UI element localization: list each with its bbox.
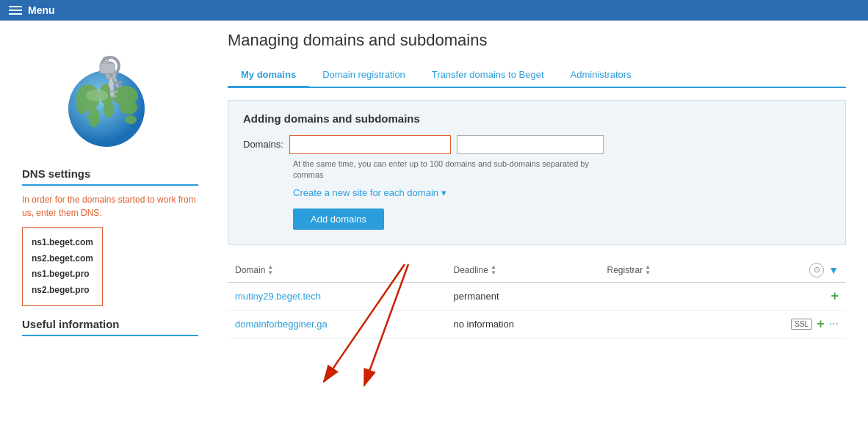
- col-registrar: Registrar ▲▼: [600, 257, 719, 283]
- domain-cell-2: domainforbegginer.ga: [228, 310, 446, 338]
- dns-description: In order for the domains started to work…: [22, 193, 198, 220]
- svg-point-3: [76, 96, 88, 114]
- globe-container: [22, 35, 198, 153]
- sort-arrows-registrar[interactable]: ▲▼: [645, 264, 651, 276]
- actions-cell-1: +: [719, 282, 846, 310]
- dns-server-4: ns2.beget.pro: [32, 283, 93, 299]
- col-deadline-label: Deadline: [454, 265, 488, 275]
- tab-domain-registration[interactable]: Domain registration: [309, 63, 419, 88]
- chevron-down-icon: ▾: [441, 187, 446, 198]
- table-row: domainforbegginer.ga no information SSL …: [228, 310, 846, 338]
- add-domains-panel: Adding domains and subdomains Domains: A…: [228, 100, 846, 245]
- svg-point-5: [104, 100, 114, 117]
- deadline-cell-2: no information: [446, 310, 600, 338]
- tab-my-domains[interactable]: My domains: [228, 63, 309, 88]
- domains-form-row: Domains:: [243, 135, 831, 154]
- domain-cell-1: mutiny29.beget.tech: [228, 282, 446, 310]
- col-domain-label: Domain: [235, 265, 265, 275]
- svg-rect-27: [100, 63, 115, 73]
- svg-point-8: [88, 108, 100, 127]
- table-header-row: Domain ▲▼ Deadline ▲▼ Re: [228, 257, 846, 283]
- menu-toggle[interactable]: [9, 6, 22, 15]
- dns-server-3: ns1.beget.pro: [32, 266, 93, 283]
- tab-administrators[interactable]: Administrators: [557, 63, 645, 88]
- more-icon-2[interactable]: ···: [829, 317, 839, 330]
- domain-link-2[interactable]: domainforbegginer.ga: [235, 319, 328, 330]
- dns-settings-title: DNS settings: [22, 167, 198, 186]
- registrar-cell-2: [600, 310, 719, 338]
- domains-input-primary[interactable]: [289, 135, 451, 154]
- create-site-link-text: Create a new site for each domain: [293, 187, 438, 198]
- table-settings-icon[interactable]: ⊙: [809, 263, 824, 277]
- svg-point-9: [125, 115, 137, 124]
- col-domain: Domain ▲▼: [228, 257, 446, 283]
- col-registrar-label: Registrar: [607, 265, 643, 275]
- add-domains-button[interactable]: Add domains: [293, 208, 384, 230]
- actions-cell-2: SSL + ···: [719, 310, 846, 338]
- domains-hint: At the same time, you can enter up to 10…: [293, 159, 601, 181]
- dns-box: ns1.beget.com ns2.beget.com ns1.beget.pr…: [22, 227, 103, 306]
- top-bar: Menu: [0, 0, 868, 21]
- tab-transfer-domains[interactable]: Transfer domains to Beget: [419, 63, 557, 88]
- svg-rect-24: [110, 90, 114, 93]
- svg-rect-25: [114, 90, 117, 92]
- create-site-link[interactable]: Create a new site for each domain ▾: [293, 187, 831, 198]
- page-layout: DNS settings In order for the domains st…: [0, 21, 868, 432]
- col-deadline: Deadline ▲▼: [446, 257, 600, 283]
- deadline-cell-1: permanent: [446, 282, 600, 310]
- sidebar: DNS settings In order for the domains st…: [0, 21, 213, 432]
- page-title: Managing domains and subdomains: [228, 31, 846, 50]
- domains-label: Domains:: [243, 135, 283, 150]
- col-actions-header: ⊙ ▼: [719, 257, 846, 283]
- globe-illustration: [51, 35, 169, 153]
- domain-table: Domain ▲▼ Deadline ▲▼ Re: [228, 257, 846, 338]
- useful-info-title: Useful information: [22, 318, 198, 336]
- add-panel-title: Adding domains and subdomains: [243, 112, 831, 125]
- svg-point-7: [120, 100, 137, 115]
- ssl-badge-2[interactable]: SSL: [791, 319, 812, 330]
- tabs: My domains Domain registration Transfer …: [228, 63, 846, 88]
- domains-input-secondary[interactable]: [457, 135, 604, 154]
- table-container: Domain ▲▼ Deadline ▲▼ Re: [228, 257, 846, 338]
- main-content: Managing domains and subdomains My domai…: [213, 21, 868, 432]
- table-row: mutiny29.beget.tech permanent +: [228, 282, 846, 310]
- sort-arrows-deadline[interactable]: ▲▼: [491, 264, 496, 276]
- filter-icon[interactable]: ▼: [828, 264, 839, 276]
- dns-server-1: ns1.beget.com: [32, 235, 93, 251]
- domain-link-1[interactable]: mutiny29.beget.tech: [235, 291, 321, 302]
- menu-label[interactable]: Menu: [28, 4, 55, 16]
- dns-server-2: ns2.beget.com: [32, 251, 93, 267]
- svg-point-10: [86, 90, 108, 101]
- add-icon-1[interactable]: +: [831, 289, 839, 304]
- add-icon-2[interactable]: +: [817, 316, 825, 332]
- sort-arrows-domain[interactable]: ▲▼: [267, 264, 273, 276]
- registrar-cell-1: [600, 282, 719, 310]
